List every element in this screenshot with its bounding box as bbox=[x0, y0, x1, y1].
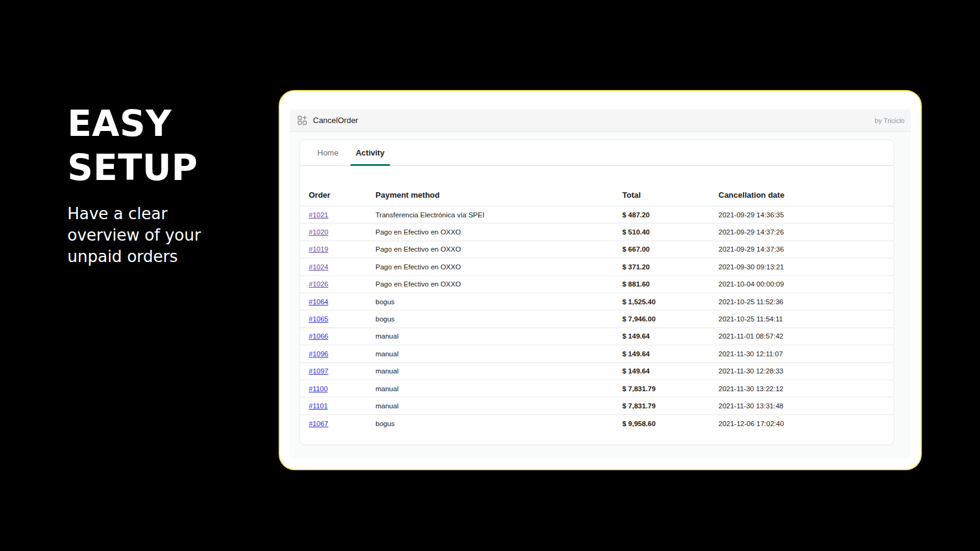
order-link[interactable]: #1021 bbox=[309, 211, 328, 219]
table-header-row: OrderPayment methodTotalCancellation dat… bbox=[300, 184, 894, 206]
app-body: Create new rule HomeActivity OrderPaymen… bbox=[290, 132, 911, 459]
order-link[interactable]: #1066 bbox=[309, 332, 328, 340]
table-row: #1066manual$ 149.642021-11-01 08:57:42 bbox=[300, 328, 894, 345]
payment-method-cell: manual bbox=[375, 385, 622, 392]
total-cell: $ 149.64 bbox=[622, 367, 718, 375]
table-row: #1064bogus$ 1,525.402021-10-25 11:52:36 bbox=[300, 293, 894, 310]
payment-method-cell: manual bbox=[375, 367, 622, 375]
payment-method-cell: manual bbox=[375, 402, 622, 410]
table-row: #1097manual$ 149.642021-11-30 12:28:33 bbox=[300, 363, 894, 380]
cancellation-date-cell: 2021-09-30 09:13:21 bbox=[718, 263, 894, 271]
hero-text-block: EASY SETUP Have a clear overview of your… bbox=[67, 102, 251, 268]
payment-method-cell: manual bbox=[375, 332, 622, 340]
cancellation-date-cell: 2021-11-30 12:11:07 bbox=[718, 350, 894, 358]
total-cell: $ 881.60 bbox=[622, 280, 718, 288]
orders-card: HomeActivity OrderPayment methodTotalCan… bbox=[300, 140, 894, 444]
hero-title-line1: EASY bbox=[67, 102, 251, 146]
payment-method-cell: bogus bbox=[375, 315, 622, 323]
payment-method-cell: Transferencia Electrónica vía SPEI bbox=[375, 211, 622, 219]
order-link[interactable]: #1096 bbox=[309, 350, 328, 358]
table-row: #1026Pago en Efectivo en OXXO$ 881.60202… bbox=[300, 276, 894, 293]
tab-activity[interactable]: Activity bbox=[347, 140, 393, 165]
order-link[interactable]: #1065 bbox=[309, 315, 328, 323]
order-link[interactable]: #1100 bbox=[309, 385, 328, 392]
tab-home[interactable]: Home bbox=[309, 140, 347, 165]
total-cell: $ 149.64 bbox=[622, 350, 718, 358]
order-link[interactable]: #1024 bbox=[309, 263, 328, 271]
orders-table: OrderPayment methodTotalCancellation dat… bbox=[300, 184, 894, 432]
hero-subtitle: Have a clear overview of your unpaid ord… bbox=[67, 203, 233, 268]
app-topbar: CancelOrder by Triciclo bbox=[290, 110, 911, 132]
total-cell: $ 7,946.00 bbox=[622, 315, 718, 323]
cancellation-date-cell: 2021-09-29 14:37:36 bbox=[718, 246, 894, 253]
table-row: #1021Transferencia Electrónica vía SPEI$… bbox=[300, 206, 894, 223]
app-byline: by Triciclo bbox=[875, 117, 905, 124]
tab-bar: HomeActivity bbox=[300, 140, 894, 166]
table-row: #1067bogus$ 9,958.602021-12-06 17:02:40 bbox=[300, 415, 894, 432]
total-cell: $ 7,831.79 bbox=[622, 385, 718, 392]
table-row: #1096manual$ 149.642021-11-30 12:11:07 bbox=[300, 345, 894, 362]
cancellation-date-cell: 2021-12-06 17:02:40 bbox=[718, 420, 894, 427]
table-row: #1019Pago en Efectivo en OXXO$ 667.00202… bbox=[300, 241, 894, 258]
total-cell: $ 149.64 bbox=[622, 332, 718, 340]
total-cell: $ 667.00 bbox=[622, 246, 718, 253]
order-link[interactable]: #1026 bbox=[309, 280, 328, 288]
payment-method-cell: Pago en Efectivo en OXXO bbox=[375, 246, 622, 253]
order-link[interactable]: #1067 bbox=[309, 420, 328, 427]
total-cell: $ 1,525.40 bbox=[622, 298, 718, 305]
cancellation-date-cell: 2021-09-29 14:37:26 bbox=[718, 228, 894, 236]
order-link[interactable]: #1019 bbox=[309, 246, 328, 253]
total-cell: $ 7,831.79 bbox=[622, 402, 718, 410]
payment-method-cell: bogus bbox=[375, 420, 622, 427]
cancellation-date-cell: 2021-11-30 13:22:12 bbox=[718, 385, 894, 392]
payment-method-cell: Pago en Efectivo en OXXO bbox=[375, 280, 622, 288]
hero-title-line2: SETUP bbox=[67, 146, 251, 190]
cancellation-date-cell: 2021-11-30 13:31:48 bbox=[718, 402, 894, 410]
order-link[interactable]: #1097 bbox=[309, 367, 328, 375]
apps-grid-icon bbox=[297, 115, 307, 126]
order-link[interactable]: #1101 bbox=[309, 402, 328, 410]
payment-method-cell: manual bbox=[375, 350, 622, 358]
total-cell: $ 510.40 bbox=[622, 228, 718, 236]
cancellation-date-cell: 2021-11-30 12:28:33 bbox=[718, 367, 894, 375]
cancellation-date-cell: 2021-10-25 11:54:11 bbox=[718, 315, 894, 323]
hero-title: EASY SETUP bbox=[67, 102, 251, 190]
total-cell: $ 9,958.60 bbox=[622, 420, 718, 427]
column-header: Payment method bbox=[375, 190, 622, 200]
cancellation-date-cell: 2021-11-01 08:57:42 bbox=[718, 332, 894, 340]
total-cell: $ 487.20 bbox=[622, 211, 718, 219]
orders-table-body: #1021Transferencia Electrónica vía SPEI$… bbox=[300, 206, 894, 432]
table-row: #1020Pago en Efectivo en OXXO$ 510.40202… bbox=[300, 223, 894, 241]
table-row: #1101manual$ 7,831.792021-11-30 13:31:48 bbox=[300, 397, 894, 414]
table-row: #1100manual$ 7,831.792021-11-30 13:22:12 bbox=[300, 380, 894, 397]
table-row: #1024Pago en Efectivo en OXXO$ 371.20202… bbox=[300, 258, 894, 276]
order-link[interactable]: #1020 bbox=[309, 228, 328, 236]
cancellation-date-cell: 2021-10-25 11:52:36 bbox=[718, 298, 894, 305]
column-header: Cancellation date bbox=[718, 190, 894, 200]
payment-method-cell: Pago en Efectivo en OXXO bbox=[375, 263, 622, 271]
total-cell: $ 371.20 bbox=[622, 263, 718, 271]
payment-method-cell: Pago en Efectivo en OXXO bbox=[375, 228, 622, 236]
app-title: CancelOrder bbox=[313, 116, 358, 125]
cancellation-date-cell: 2021-10-04 00:00:09 bbox=[718, 280, 894, 288]
cancellation-date-cell: 2021-09-29 14:36:35 bbox=[718, 211, 894, 219]
column-header: Order bbox=[309, 190, 375, 200]
column-header: Total bbox=[622, 190, 718, 200]
app-window: CancelOrder by Triciclo Create new rule … bbox=[279, 90, 922, 470]
table-row: #1065bogus$ 7,946.002021-10-25 11:54:11 bbox=[300, 310, 894, 328]
order-link[interactable]: #1064 bbox=[309, 298, 328, 305]
payment-method-cell: bogus bbox=[375, 298, 622, 305]
